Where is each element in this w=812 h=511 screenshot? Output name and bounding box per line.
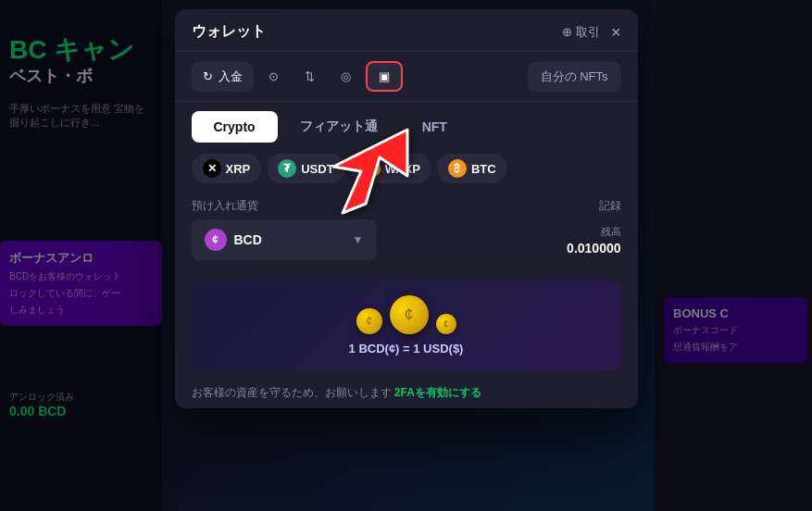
tab5-button[interactable]: ▣ bbox=[366, 61, 403, 92]
usdt-icon: ₮ bbox=[278, 159, 296, 178]
currency-selector-left: ¢ BCD bbox=[205, 229, 262, 251]
wallet-modal: ウォレット ⊕ 取引 × ↻ 入金 ⊙ ⇅ ◎ bbox=[175, 9, 638, 408]
coin-visual-medium: ¢ bbox=[390, 295, 429, 334]
waxp-chip[interactable]: ⓦ WAXP bbox=[351, 154, 431, 183]
modal-title: ウォレット bbox=[192, 22, 266, 42]
btc-icon: ₿ bbox=[448, 159, 467, 178]
record-label: 記録 bbox=[599, 198, 621, 214]
btc-label: BTC bbox=[471, 162, 496, 176]
usdt-chip[interactable]: ₮ USDT bbox=[267, 154, 344, 183]
tab3-button[interactable]: ⇅ bbox=[294, 63, 326, 90]
deposit-tab[interactable]: ↻ 入金 bbox=[192, 62, 254, 92]
trade-icon: ⊕ bbox=[562, 25, 572, 39]
xrp-icon: ✕ bbox=[203, 159, 221, 178]
tab3-icon: ⇅ bbox=[305, 69, 315, 83]
bcd-promo-area: ¢ ¢ ¢ 1 BCD(¢) = 1 USD($) bbox=[192, 280, 621, 370]
deposit-icon: ↻ bbox=[203, 69, 213, 83]
nft-currency-tab-label: NFT bbox=[422, 119, 447, 134]
coins-row: ✕ XRP ₮ USDT ⓦ WAXP ₿ BTC bbox=[175, 148, 638, 191]
tab4-icon: ◎ bbox=[341, 69, 351, 83]
tab2-icon: ⊙ bbox=[269, 69, 279, 83]
deposit-header-row: 預け入れ通貨 記録 bbox=[192, 198, 621, 214]
tab5-icon: ▣ bbox=[379, 69, 390, 83]
deposit-currency-label: 預け入れ通貨 bbox=[192, 198, 258, 214]
currency-selector[interactable]: ¢ BCD ▼ bbox=[192, 219, 377, 260]
waxp-label: WAXP bbox=[385, 162, 420, 176]
balance-info: 残高 0.010000 bbox=[567, 225, 620, 256]
trade-label: 取引 bbox=[576, 24, 600, 41]
xrp-chip[interactable]: ✕ XRP bbox=[192, 154, 262, 183]
currency-balance-row: ¢ BCD ▼ 残高 0.010000 bbox=[192, 219, 621, 260]
notice-text-before: お客様の資産を守るため、お願いします bbox=[192, 386, 392, 399]
usdt-label: USDT bbox=[301, 162, 333, 176]
notice-link[interactable]: 2FAを有効にする bbox=[394, 386, 481, 399]
bcd-icon: ¢ bbox=[205, 229, 227, 251]
bcd-promo-text: 1 BCD(¢) = 1 USD($) bbox=[349, 342, 464, 355]
xrp-label: XRP bbox=[226, 162, 251, 176]
modal-header: ウォレット ⊕ 取引 × bbox=[175, 9, 638, 52]
icon-tab-bar: ↻ 入金 ⊙ ⇅ ◎ ▣ 自分の NFTs bbox=[175, 52, 638, 102]
coin-visual-small: ¢ bbox=[356, 308, 382, 334]
deposit-section: 預け入れ通貨 記録 ¢ BCD ▼ 残高 0.010000 bbox=[175, 191, 638, 273]
coins-visual: ¢ ¢ ¢ bbox=[356, 295, 456, 334]
balance-value: 0.010000 bbox=[567, 241, 620, 256]
balance-label: 残高 bbox=[567, 225, 620, 239]
crypto-tab-label: Crypto bbox=[214, 119, 256, 134]
modal-overlay: ウォレット ⊕ 取引 × ↻ 入金 ⊙ ⇅ ◎ bbox=[0, 0, 812, 511]
tab2-button[interactable]: ⊙ bbox=[257, 63, 290, 90]
bcd-name: BCD bbox=[234, 232, 262, 247]
currency-type-tabs: Crypto フィアット通 NFT bbox=[175, 102, 638, 148]
tab4-button[interactable]: ◎ bbox=[330, 63, 362, 90]
bottom-notice: お客様の資産を守るため、お願いします 2FAを有効にする bbox=[175, 378, 638, 408]
fiat-tab-label: フィアット通 bbox=[300, 118, 378, 133]
modal-header-right: ⊕ 取引 × bbox=[562, 24, 621, 41]
dropdown-arrow-icon: ▼ bbox=[353, 233, 364, 246]
coin-visual-tiny: ¢ bbox=[436, 314, 456, 334]
nft-tab-button[interactable]: 自分の NFTs bbox=[528, 62, 621, 92]
deposit-label: 入金 bbox=[219, 69, 243, 85]
btc-chip[interactable]: ₿ BTC bbox=[437, 154, 507, 183]
fiat-tab[interactable]: フィアット通 bbox=[278, 111, 400, 143]
trade-button[interactable]: ⊕ 取引 bbox=[562, 24, 600, 41]
waxp-icon: ⓦ bbox=[362, 159, 381, 178]
crypto-tab[interactable]: Crypto bbox=[192, 111, 278, 143]
nft-currency-tab[interactable]: NFT bbox=[400, 111, 469, 143]
close-button[interactable]: × bbox=[611, 24, 621, 41]
